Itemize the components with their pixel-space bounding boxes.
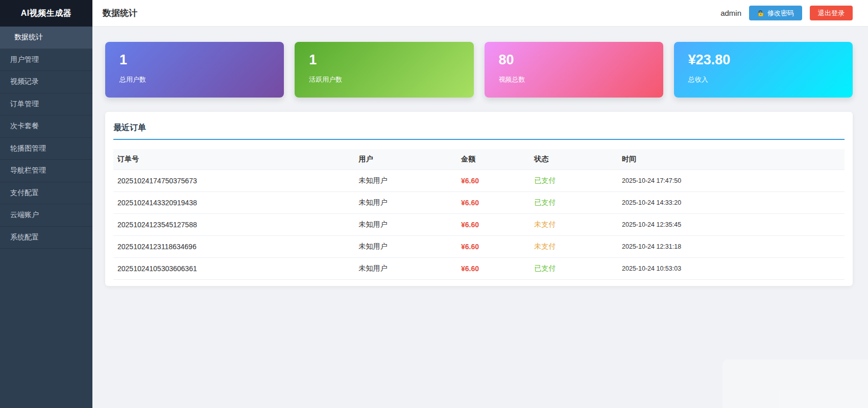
column-header-user: 用户 xyxy=(355,149,457,170)
sidebar-item-orders[interactable]: 订单管理 xyxy=(0,93,92,116)
stat-label: 视频总数 xyxy=(499,75,649,84)
main-area: 数据统计 admin 修改密码 退出登录 1 xyxy=(92,0,868,408)
table-row: 20251024105303606361 未知用户 ¥6.60 已支付 2025… xyxy=(113,258,845,280)
table-row: 20251024174750375673 未知用户 ¥6.60 已支付 2025… xyxy=(113,170,845,192)
status-badge: 已支付 xyxy=(534,176,556,184)
stat-card-total-users: 1 总用户数 xyxy=(105,42,284,98)
order-no-cell: 20251024174750375673 xyxy=(113,170,355,192)
panel-title: 最近订单 xyxy=(113,120,845,140)
topbar: 数据统计 admin 修改密码 退出登录 xyxy=(92,0,868,27)
status-cell: 已支付 xyxy=(530,170,618,192)
sidebar-item-videos[interactable]: 视频记录 xyxy=(0,71,92,93)
order-no-cell: 20251024123545127588 xyxy=(113,214,355,236)
amount-cell: ¥6.60 xyxy=(457,258,530,280)
time-cell: 2025-10-24 12:31:18 xyxy=(618,236,845,258)
amount-value: ¥6.60 xyxy=(461,221,479,229)
page-title: 数据统计 xyxy=(103,7,137,19)
stat-value: 1 xyxy=(309,52,459,69)
sidebar-menu: 数据统计 用户管理 视频记录 订单管理 次卡套餐 轮播图管理 导航栏管理 支付配… xyxy=(0,27,92,249)
topbar-right: admin 修改密码 退出登录 xyxy=(720,6,853,21)
amount-cell: ¥6.60 xyxy=(457,192,530,214)
table-row: 20251024123118634696 未知用户 ¥6.60 未支付 2025… xyxy=(113,236,845,258)
status-badge: 未支付 xyxy=(534,220,556,228)
sidebar-item-banners[interactable]: 轮播图管理 xyxy=(0,138,92,160)
time-cell: 2025-10-24 10:53:03 xyxy=(618,258,845,280)
status-cell: 未支付 xyxy=(530,236,618,258)
column-header-time: 时间 xyxy=(618,149,845,170)
app-logo: AI视频生成器 xyxy=(0,0,92,27)
user-cell: 未知用户 xyxy=(355,192,457,214)
table-header-row: 订单号 用户 金额 状态 时间 xyxy=(113,149,845,170)
sidebar-item-navbar[interactable]: 导航栏管理 xyxy=(0,160,92,182)
logout-button[interactable]: 退出登录 xyxy=(810,6,853,21)
status-badge: 已支付 xyxy=(534,264,556,272)
amount-cell: ¥6.60 xyxy=(457,214,530,236)
amount-cell: ¥6.60 xyxy=(457,170,530,192)
stat-value: 80 xyxy=(499,52,649,69)
change-password-button[interactable]: 修改密码 xyxy=(749,6,802,21)
time-cell: 2025-10-24 14:33:20 xyxy=(618,192,845,214)
sidebar-item-payment[interactable]: 支付配置 xyxy=(0,182,92,205)
amount-value: ¥6.60 xyxy=(461,265,479,273)
status-cell: 未支付 xyxy=(530,214,618,236)
stat-label: 总收入 xyxy=(688,75,838,84)
content: 1 总用户数 1 活跃用户数 80 视频总数 ¥23.80 总收入 最近订单 xyxy=(92,27,868,286)
recent-orders-panel: 最近订单 订单号 用户 金额 状态 时间 20251024174 xyxy=(105,112,853,286)
column-header-status: 状态 xyxy=(530,149,618,170)
stat-label: 活跃用户数 xyxy=(309,75,459,84)
amount-value: ¥6.60 xyxy=(461,199,479,207)
status-cell: 已支付 xyxy=(530,258,618,280)
order-no-cell: 20251024123118634696 xyxy=(113,236,355,258)
status-badge: 未支付 xyxy=(534,242,556,250)
orders-table: 订单号 用户 金额 状态 时间 20251024174750375673 未知用… xyxy=(113,149,845,280)
stat-label: 总用户数 xyxy=(119,75,270,84)
column-header-order-no: 订单号 xyxy=(113,149,355,170)
sidebar: AI视频生成器 数据统计 用户管理 视频记录 订单管理 次卡套餐 轮播图管理 导… xyxy=(0,0,92,408)
amount-value: ¥6.60 xyxy=(461,243,479,251)
table-row: 20251024123545127588 未知用户 ¥6.60 未支付 2025… xyxy=(113,214,845,236)
amount-value: ¥6.60 xyxy=(461,177,479,185)
status-cell: 已支付 xyxy=(530,192,618,214)
sidebar-item-stats[interactable]: 数据统计 xyxy=(0,27,92,49)
stat-card-total-videos: 80 视频总数 xyxy=(485,42,663,98)
stat-card-total-revenue: ¥23.80 总收入 xyxy=(674,42,853,98)
user-cell: 未知用户 xyxy=(355,236,457,258)
stat-value: 1 xyxy=(119,52,270,69)
time-cell: 2025-10-24 12:35:45 xyxy=(618,214,845,236)
change-password-label: 修改密码 xyxy=(767,9,794,17)
user-cell: 未知用户 xyxy=(355,214,457,236)
stat-value: ¥23.80 xyxy=(688,52,838,69)
table-row: 20251024143320919438 未知用户 ¥6.60 已支付 2025… xyxy=(113,192,845,214)
user-cell: 未知用户 xyxy=(355,170,457,192)
lock-icon xyxy=(757,10,764,17)
sidebar-item-users[interactable]: 用户管理 xyxy=(0,49,92,71)
order-no-cell: 20251024143320919438 xyxy=(113,192,355,214)
time-cell: 2025-10-24 17:47:50 xyxy=(618,170,845,192)
logout-label: 退出登录 xyxy=(818,9,845,17)
sidebar-item-packages[interactable]: 次卡套餐 xyxy=(0,115,92,138)
column-header-amount: 金额 xyxy=(457,149,530,170)
stat-cards: 1 总用户数 1 活跃用户数 80 视频总数 ¥23.80 总收入 xyxy=(105,42,853,98)
order-no-cell: 20251024105303606361 xyxy=(113,258,355,280)
amount-cell: ¥6.60 xyxy=(457,236,530,258)
stat-card-active-users: 1 活跃用户数 xyxy=(295,42,473,98)
sidebar-item-cloud-accounts[interactable]: 云端账户 xyxy=(0,204,92,227)
sidebar-item-system[interactable]: 系统配置 xyxy=(0,227,92,249)
user-cell: 未知用户 xyxy=(355,258,457,280)
username: admin xyxy=(720,9,741,17)
status-badge: 已支付 xyxy=(534,198,556,206)
